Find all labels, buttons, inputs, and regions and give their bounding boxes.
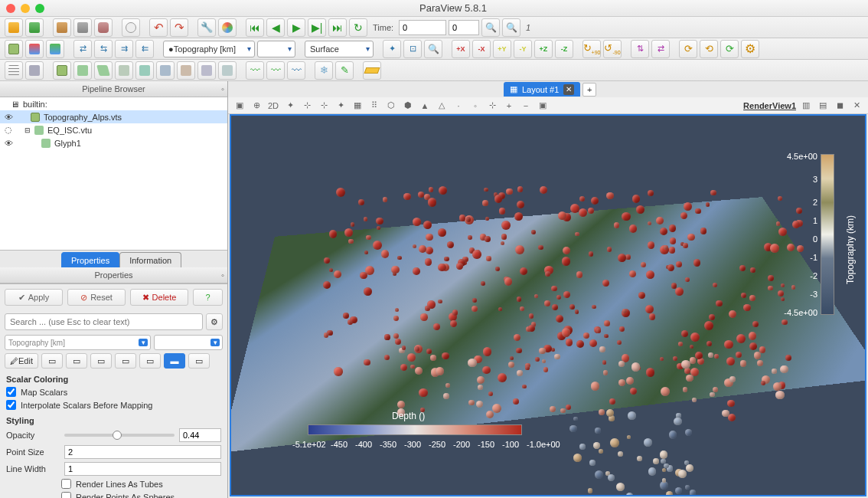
display-component-combo[interactable] bbox=[154, 335, 223, 350]
use-separate-colormap-button[interactable]: ▭ bbox=[139, 353, 161, 369]
edit-colormap-button[interactable] bbox=[25, 40, 44, 58]
delete-button[interactable]: ✖ Delete bbox=[130, 289, 188, 306]
split-vertical-icon[interactable]: ▤ bbox=[816, 99, 830, 113]
pipeline-item-topography[interactable]: 👁 Topography_Alps.vts bbox=[0, 110, 227, 123]
minimize-window-button[interactable] bbox=[21, 4, 30, 13]
rescale-temporal-button[interactable]: ⇉ bbox=[115, 40, 133, 58]
rescale-range-button[interactable] bbox=[46, 40, 64, 58]
rescale-button-4[interactable]: ▭ bbox=[115, 353, 136, 369]
undo-button[interactable]: ↶ bbox=[149, 18, 168, 37]
zoom-to-box-button[interactable]: 🔍 bbox=[424, 40, 442, 58]
color-by-button[interactable] bbox=[5, 40, 23, 58]
threshold-filter-button[interactable] bbox=[94, 61, 113, 80]
mode-2d-button[interactable]: 2D bbox=[266, 99, 280, 113]
help-button[interactable]: ? bbox=[193, 289, 223, 306]
reload-files-button[interactable]: ⟳ bbox=[679, 40, 697, 58]
loop-button[interactable]: ↻ bbox=[349, 18, 367, 37]
center-icon[interactable]: ⊹ bbox=[300, 99, 314, 113]
link-camera-button[interactable]: ⇄ bbox=[651, 40, 670, 58]
pipeline-browser[interactable]: 🖥 builtin: 👁 Topography_Alps.vts ◌ ⊟ EQ_… bbox=[0, 97, 227, 251]
hover-points-icon[interactable]: · bbox=[452, 99, 465, 113]
select-cells-icon[interactable]: ▦ bbox=[351, 99, 364, 113]
time-step-fwd-button[interactable]: 🔍 bbox=[502, 18, 520, 37]
rotate-90-ccw-button[interactable]: ↺-90 bbox=[603, 40, 622, 58]
split-horizontal-icon[interactable]: ▥ bbox=[799, 99, 813, 113]
maximize-view-icon[interactable]: ◼ bbox=[833, 99, 847, 113]
contour-filter-button[interactable] bbox=[25, 61, 44, 80]
rescale-visible-button[interactable]: ⇆ bbox=[94, 40, 113, 58]
horizontal-colorbar[interactable] bbox=[308, 424, 522, 435]
reset-center-icon[interactable]: ✦ bbox=[334, 99, 348, 113]
clip-filter-button[interactable] bbox=[53, 61, 71, 80]
redo-button[interactable]: ↷ bbox=[170, 18, 188, 37]
vertical-colorbar[interactable] bbox=[821, 154, 834, 315]
display-array-combo[interactable]: Topography [km] bbox=[5, 335, 151, 350]
advanced-toggle-button[interactable]: ⚙ bbox=[206, 313, 223, 330]
camera-link-icon[interactable]: ⊕ bbox=[250, 99, 263, 113]
edit-scalar-bar-button[interactable]: ▭ bbox=[188, 353, 210, 369]
ruler-button[interactable] bbox=[363, 61, 381, 80]
stream-tracer-button[interactable] bbox=[156, 61, 175, 80]
render-tubes-checkbox[interactable] bbox=[61, 479, 71, 489]
extract-filter-button[interactable] bbox=[115, 61, 133, 80]
histogram-button[interactable]: 〰 bbox=[287, 61, 305, 80]
add-layout-button[interactable]: + bbox=[582, 83, 596, 97]
axes-icon[interactable]: ✦ bbox=[283, 99, 297, 113]
representation-combo[interactable]: Surface bbox=[305, 41, 374, 57]
shrink-selection-icon[interactable]: − bbox=[519, 99, 533, 113]
custom-filter-button[interactable]: ⚙ bbox=[741, 40, 759, 58]
render-view-label[interactable]: RenderView1 bbox=[743, 101, 796, 110]
probe-button[interactable]: 〰 bbox=[266, 61, 285, 80]
rescale-custom-button[interactable]: ⇄ bbox=[73, 40, 92, 58]
hover-cells-icon[interactable]: △ bbox=[435, 99, 449, 113]
pipeline-close-icon[interactable]: ◦ bbox=[221, 84, 224, 93]
visibility-icon[interactable]: ◌ bbox=[3, 125, 14, 135]
save-data-button[interactable] bbox=[25, 18, 44, 37]
edit-colormap-button[interactable]: 🖉 Edit bbox=[5, 353, 38, 369]
snowflake-icon[interactable]: ❄ bbox=[315, 61, 333, 80]
filter-icon[interactable]: ✎ bbox=[335, 61, 354, 80]
close-window-button[interactable] bbox=[6, 4, 15, 13]
view-x-plus-button[interactable]: +X bbox=[452, 40, 470, 58]
disconnect-server-button[interactable] bbox=[73, 18, 92, 37]
grow-selection-icon[interactable]: + bbox=[502, 99, 516, 113]
select-points-icon[interactable]: ⠿ bbox=[367, 99, 381, 113]
search-input[interactable] bbox=[5, 313, 203, 330]
time-value-input[interactable] bbox=[399, 20, 446, 35]
rescale-button-1[interactable]: ▭ bbox=[41, 353, 63, 369]
select-points-poly-icon[interactable]: ⬢ bbox=[401, 99, 415, 113]
color-palette-button[interactable] bbox=[218, 18, 237, 37]
reload-all-button[interactable]: ⟲ bbox=[700, 40, 718, 58]
adjust-camera-button[interactable]: ⇅ bbox=[631, 40, 649, 58]
reset-button[interactable]: ⊘ Reset bbox=[67, 289, 126, 306]
slice-filter-button[interactable] bbox=[73, 61, 92, 80]
component-combo[interactable] bbox=[257, 41, 295, 57]
render-icon[interactable]: ▣ bbox=[233, 99, 246, 113]
apply-button[interactable]: ✔ Apply bbox=[5, 289, 63, 306]
clear-selection-icon[interactable]: ◦ bbox=[468, 99, 482, 113]
properties-close-icon[interactable]: ◦ bbox=[221, 270, 224, 280]
select-cells-poly-icon[interactable]: ⬡ bbox=[384, 99, 398, 113]
close-view-icon[interactable]: ✕ bbox=[850, 99, 863, 113]
map-scalars-checkbox[interactable] bbox=[6, 387, 16, 397]
visibility-icon[interactable]: 👁 bbox=[3, 113, 14, 122]
select-block-icon[interactable]: ▲ bbox=[418, 99, 432, 113]
catalyst-button[interactable] bbox=[94, 18, 113, 37]
zoom-window-button[interactable] bbox=[35, 4, 44, 13]
view-y-plus-button[interactable]: +Y bbox=[493, 40, 511, 58]
play-button[interactable]: ▶ bbox=[287, 18, 305, 37]
group-filter-button[interactable] bbox=[197, 61, 216, 80]
color-array-combo[interactable]: ● Topography [km] bbox=[163, 41, 255, 57]
pipeline-item-eq[interactable]: ◌ ⊟ EQ_ISC.vtu bbox=[0, 123, 227, 136]
visibility-icon[interactable]: 👁 bbox=[3, 139, 14, 148]
tab-information[interactable]: Information bbox=[119, 252, 181, 267]
interactive-select-icon[interactable]: ⊹ bbox=[485, 99, 499, 113]
prev-frame-button[interactable]: ◀ bbox=[266, 18, 285, 37]
pipeline-item-glyph[interactable]: 👁 Glyph1 bbox=[0, 136, 227, 149]
time-index-input[interactable] bbox=[449, 20, 479, 35]
view-z-plus-button[interactable]: +Z bbox=[534, 40, 553, 58]
point-size-input[interactable] bbox=[64, 445, 221, 459]
calculator-filter-button[interactable] bbox=[5, 61, 23, 80]
first-frame-button[interactable]: ⏮ bbox=[246, 18, 264, 37]
view-z-minus-button[interactable]: -Z bbox=[555, 40, 573, 58]
